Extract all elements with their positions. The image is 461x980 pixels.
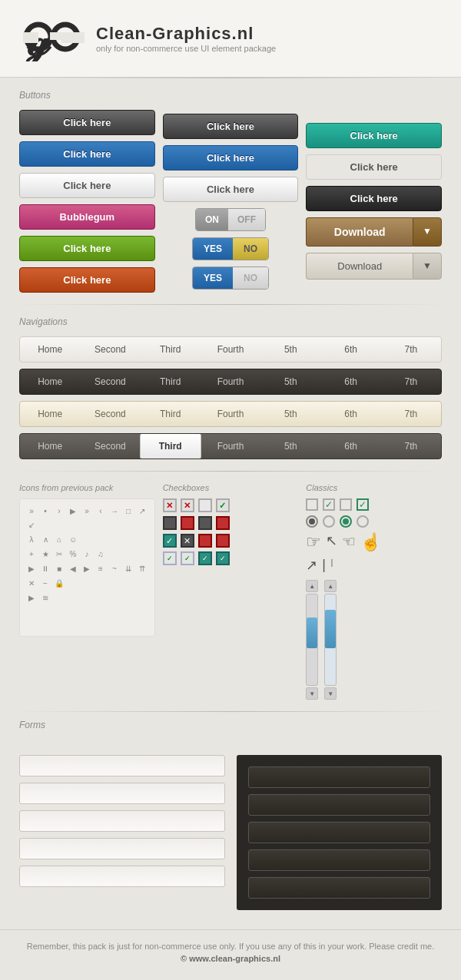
nav-light-fourth[interactable]: Fourth (201, 337, 260, 362)
toggle-onoff-group[interactable]: ON OFF (195, 208, 266, 231)
scroll-up-btn[interactable]: ▲ (306, 580, 318, 592)
nav-cream-fourth[interactable]: Fourth (201, 402, 260, 426)
toggle-yes2-btn[interactable]: YES (193, 267, 233, 289)
btn-blue-2[interactable]: Click here (163, 145, 299, 171)
form-dark-input-5[interactable] (248, 877, 431, 899)
btn-white-1[interactable]: Click here (19, 173, 155, 198)
classic-radio-1[interactable] (306, 515, 318, 528)
nav-light-7th[interactable]: 7th (381, 337, 441, 362)
nav-medium-7th[interactable]: 7th (381, 434, 441, 459)
nav-light-third[interactable]: Third (141, 337, 201, 362)
btn-dark-1[interactable]: Click here (19, 110, 155, 135)
nav-cream-5th[interactable]: 5th (260, 402, 320, 426)
form-input-3[interactable] (19, 810, 225, 832)
cb-red-1[interactable] (181, 516, 194, 530)
btn-green-1[interactable]: Click here (19, 236, 155, 261)
cb-red-4[interactable] (216, 534, 230, 548)
nav-dark-5th[interactable]: 5th (260, 369, 320, 394)
cb-teal-2[interactable]: ✓ (198, 551, 212, 565)
form-dark-input-3[interactable] (248, 822, 431, 843)
nav-cream-home[interactable]: Home (20, 402, 80, 426)
download-btn-1[interactable]: Download ▼ (306, 217, 442, 247)
nav-cream-third[interactable]: Third (141, 402, 201, 426)
form-input-1[interactable] (19, 755, 225, 776)
form-input-5[interactable] (19, 866, 225, 887)
download-arrow-2[interactable]: ▼ (413, 253, 442, 280)
btn-dark-2[interactable]: Click here (163, 114, 299, 139)
nav-light-home[interactable]: Home (20, 337, 80, 362)
cb-x-1[interactable]: ✕ (163, 498, 177, 512)
toggle-no2-btn[interactable]: NO (233, 267, 268, 289)
classic-cb-1[interactable] (306, 498, 318, 511)
classic-cb-3[interactable] (340, 498, 352, 511)
nav-dark-home[interactable]: Home (20, 369, 80, 394)
nav-medium-5th[interactable]: 5th (260, 434, 320, 459)
cb-light-2[interactable]: ✓ (181, 551, 194, 565)
btn-red-1[interactable]: Click here (19, 267, 155, 293)
toggle-no1-btn[interactable]: NO (233, 238, 268, 260)
scroll-up2-btn[interactable]: ▲ (324, 580, 337, 592)
nav-dark-second[interactable]: Second (80, 369, 140, 394)
nav-medium-third[interactable]: Third (140, 434, 201, 459)
form-dark-input-1[interactable] (248, 766, 431, 788)
nav-cream-6th[interactable]: 6th (320, 402, 380, 426)
btn-blue-1[interactable]: Click here (19, 141, 155, 167)
nav-cream-second[interactable]: Second (80, 402, 140, 426)
download-main-1[interactable]: Download (306, 217, 413, 247)
buttons-grid: Click here Click here Click here Bubbleg… (19, 110, 442, 293)
btn-black-1[interactable]: Click here (306, 186, 442, 211)
nav-dark-7th[interactable]: 7th (381, 369, 441, 394)
download-main-2[interactable]: Download (306, 253, 413, 280)
toggle-off-btn[interactable]: OFF (228, 209, 265, 230)
nav-light-6th[interactable]: 6th (320, 337, 380, 362)
scroll-down-btn[interactable]: ▼ (306, 687, 318, 700)
toggle-on-btn[interactable]: ON (196, 209, 228, 230)
nav-medium-second[interactable]: Second (80, 434, 140, 459)
classic-radio-4[interactable] (357, 515, 369, 528)
classic-radio-2[interactable] (323, 515, 335, 528)
download-arrow-1[interactable]: ▼ (413, 217, 442, 247)
icon-percent: % (68, 548, 78, 559)
nav-dark-third[interactable]: Third (141, 369, 201, 394)
toggle-yesno2-group[interactable]: YES NO (192, 267, 269, 290)
form-dark-input-4[interactable] (248, 849, 431, 871)
nav-cream-7th[interactable]: 7th (381, 402, 441, 426)
cb-check-1[interactable]: ✓ (216, 498, 230, 512)
cb-red-3[interactable] (198, 534, 212, 548)
nav-medium-fourth[interactable]: Fourth (201, 434, 260, 459)
nav-medium-6th[interactable]: 6th (320, 434, 380, 459)
nav-dark-fourth[interactable]: Fourth (201, 369, 260, 394)
toggle-on-off: ON OFF (195, 208, 266, 231)
btn-white-2[interactable]: Click here (163, 177, 299, 202)
classic-cb-4[interactable]: ✓ (357, 498, 369, 511)
classic-radio-3[interactable] (340, 515, 352, 528)
toggle-yesno1-group[interactable]: YES NO (192, 237, 269, 260)
nav-dark-6th[interactable]: 6th (320, 369, 380, 394)
cb-dark-1[interactable] (163, 516, 177, 530)
icon-row-6: ▶ ≋ (26, 592, 148, 603)
cb-empty-1[interactable] (198, 498, 212, 512)
cb-teal-3[interactable]: ✓ (216, 551, 230, 565)
cb-teal-1[interactable]: ✓ (163, 534, 177, 548)
cb-red-2[interactable] (216, 516, 230, 530)
nav-light-5th[interactable]: 5th (260, 337, 320, 362)
scrollbar-v-2[interactable] (324, 594, 337, 686)
nav-light-second[interactable]: Second (80, 337, 140, 362)
scrollbar-v-1[interactable] (306, 594, 318, 686)
cb-x-2[interactable]: ✕ (181, 498, 194, 512)
classic-cb-2[interactable]: ✓ (323, 498, 335, 511)
cb-dark-check-1[interactable]: ✕ (181, 534, 194, 548)
cb-light-1[interactable]: ✓ (163, 551, 177, 565)
form-dark-input-2[interactable] (248, 794, 431, 816)
btn-outline-1[interactable]: Click here (306, 154, 442, 180)
btn-pink-1[interactable]: Bubblegum (19, 204, 155, 230)
nav-medium-home[interactable]: Home (20, 434, 80, 459)
scroll-down2-btn[interactable]: ▼ (324, 687, 337, 700)
icon-prev: ◀ (68, 563, 78, 574)
toggle-yes1-btn[interactable]: YES (193, 238, 233, 260)
cb-dark-2[interactable] (198, 516, 212, 530)
btn-teal-1[interactable]: Click here (306, 123, 442, 148)
download-btn-2[interactable]: Download ▼ (306, 253, 442, 280)
form-input-4[interactable] (19, 838, 225, 859)
form-input-2[interactable] (19, 783, 225, 804)
